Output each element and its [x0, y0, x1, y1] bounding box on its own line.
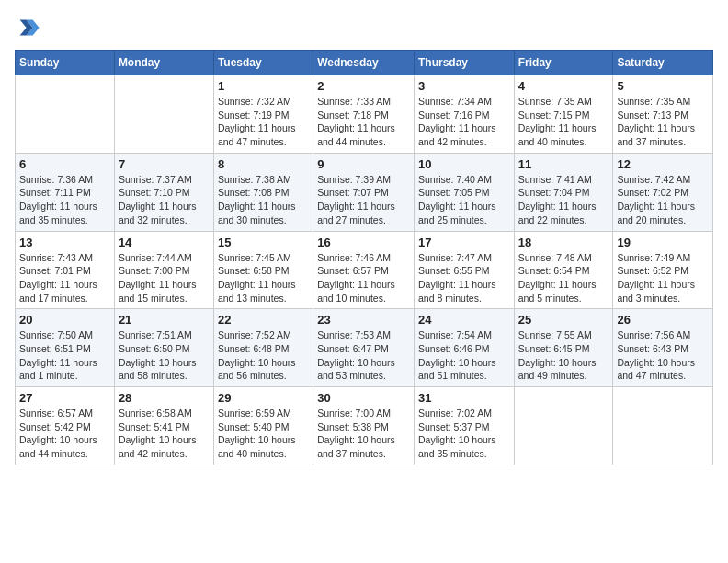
day-cell: 8Sunrise: 7:38 AM Sunset: 7:08 PM Daylig…	[213, 153, 313, 231]
day-info: Sunrise: 7:47 AM Sunset: 6:55 PM Dayligh…	[418, 251, 510, 305]
day-number: 16	[317, 236, 410, 249]
day-number: 19	[617, 236, 709, 249]
day-cell: 25Sunrise: 7:55 AM Sunset: 6:45 PM Dayli…	[514, 309, 613, 387]
day-cell	[613, 387, 713, 465]
day-number: 23	[317, 313, 410, 327]
day-cell	[514, 387, 613, 465]
day-number: 21	[119, 313, 210, 327]
weekday-wednesday: Wednesday	[313, 51, 415, 75]
day-info: Sunrise: 7:34 AM Sunset: 7:16 PM Dayligh…	[418, 95, 510, 149]
day-cell: 2Sunrise: 7:33 AM Sunset: 7:18 PM Daylig…	[313, 75, 415, 154]
week-row-0: 1Sunrise: 7:32 AM Sunset: 7:19 PM Daylig…	[16, 75, 713, 154]
day-info: Sunrise: 7:35 AM Sunset: 7:15 PM Dayligh…	[518, 95, 609, 149]
day-number: 27	[19, 391, 110, 405]
day-cell: 30Sunrise: 7:00 AM Sunset: 5:38 PM Dayli…	[313, 387, 415, 465]
day-number: 15	[218, 236, 309, 249]
calendar-table: SundayMondayTuesdayWednesdayThursdayFrid…	[15, 50, 713, 465]
week-row-3: 20Sunrise: 7:50 AM Sunset: 6:51 PM Dayli…	[16, 309, 713, 387]
calendar-header: SundayMondayTuesdayWednesdayThursdayFrid…	[16, 51, 713, 75]
day-info: Sunrise: 7:42 AM Sunset: 7:02 PM Dayligh…	[617, 173, 709, 227]
day-number: 28	[119, 391, 210, 405]
week-row-1: 6Sunrise: 7:36 AM Sunset: 7:11 PM Daylig…	[16, 153, 713, 231]
day-cell: 15Sunrise: 7:45 AM Sunset: 6:58 PM Dayli…	[213, 231, 313, 309]
day-number: 2	[317, 79, 410, 93]
day-info: Sunrise: 7:56 AM Sunset: 6:43 PM Dayligh…	[617, 328, 709, 383]
day-info: Sunrise: 7:44 AM Sunset: 7:00 PM Dayligh…	[119, 251, 210, 305]
day-cell: 5Sunrise: 7:35 AM Sunset: 7:13 PM Daylig…	[613, 75, 713, 154]
day-info: Sunrise: 7:48 AM Sunset: 6:54 PM Dayligh…	[518, 251, 609, 305]
day-number: 18	[518, 236, 609, 249]
day-cell: 29Sunrise: 6:59 AM Sunset: 5:40 PM Dayli…	[213, 387, 313, 465]
day-number: 25	[518, 313, 609, 327]
day-number: 30	[317, 391, 410, 405]
day-number: 6	[19, 157, 110, 171]
day-info: Sunrise: 7:36 AM Sunset: 7:11 PM Dayligh…	[19, 173, 110, 227]
day-info: Sunrise: 7:49 AM Sunset: 6:52 PM Dayligh…	[617, 251, 709, 305]
day-info: Sunrise: 7:46 AM Sunset: 6:57 PM Dayligh…	[317, 251, 410, 305]
day-cell: 23Sunrise: 7:53 AM Sunset: 6:47 PM Dayli…	[313, 309, 415, 387]
day-cell: 22Sunrise: 7:52 AM Sunset: 6:48 PM Dayli…	[213, 309, 313, 387]
day-cell: 4Sunrise: 7:35 AM Sunset: 7:15 PM Daylig…	[514, 75, 613, 154]
day-cell: 3Sunrise: 7:34 AM Sunset: 7:16 PM Daylig…	[414, 75, 514, 154]
day-number: 29	[218, 391, 309, 405]
day-cell: 20Sunrise: 7:50 AM Sunset: 6:51 PM Dayli…	[16, 309, 115, 387]
day-number: 14	[119, 236, 210, 249]
day-number: 24	[418, 313, 510, 327]
day-cell: 27Sunrise: 6:57 AM Sunset: 5:42 PM Dayli…	[16, 387, 115, 465]
day-cell: 9Sunrise: 7:39 AM Sunset: 7:07 PM Daylig…	[313, 153, 415, 231]
weekday-saturday: Saturday	[613, 51, 713, 75]
day-number: 22	[218, 313, 309, 327]
logo-icon	[15, 15, 40, 40]
day-number: 1	[218, 79, 309, 93]
weekday-monday: Monday	[114, 51, 213, 75]
day-cell: 12Sunrise: 7:42 AM Sunset: 7:02 PM Dayli…	[613, 153, 713, 231]
day-cell: 10Sunrise: 7:40 AM Sunset: 7:05 PM Dayli…	[414, 153, 514, 231]
day-info: Sunrise: 7:41 AM Sunset: 7:04 PM Dayligh…	[518, 173, 609, 227]
logo	[15, 15, 44, 40]
day-cell: 19Sunrise: 7:49 AM Sunset: 6:52 PM Dayli…	[613, 231, 713, 309]
day-number: 20	[19, 313, 110, 327]
day-cell: 6Sunrise: 7:36 AM Sunset: 7:11 PM Daylig…	[16, 153, 115, 231]
day-number: 9	[317, 157, 410, 171]
day-number: 5	[617, 79, 709, 93]
weekday-sunday: Sunday	[16, 51, 115, 75]
day-cell: 26Sunrise: 7:56 AM Sunset: 6:43 PM Dayli…	[613, 309, 713, 387]
day-info: Sunrise: 7:33 AM Sunset: 7:18 PM Dayligh…	[317, 95, 410, 149]
page-header	[15, 15, 713, 40]
day-info: Sunrise: 7:51 AM Sunset: 6:50 PM Dayligh…	[119, 328, 210, 383]
week-row-2: 13Sunrise: 7:43 AM Sunset: 7:01 PM Dayli…	[16, 231, 713, 309]
day-cell: 24Sunrise: 7:54 AM Sunset: 6:46 PM Dayli…	[414, 309, 514, 387]
day-cell: 18Sunrise: 7:48 AM Sunset: 6:54 PM Dayli…	[514, 231, 613, 309]
day-info: Sunrise: 6:59 AM Sunset: 5:40 PM Dayligh…	[218, 407, 309, 461]
day-cell: 11Sunrise: 7:41 AM Sunset: 7:04 PM Dayli…	[514, 153, 613, 231]
day-info: Sunrise: 7:43 AM Sunset: 7:01 PM Dayligh…	[19, 251, 110, 305]
day-info: Sunrise: 7:38 AM Sunset: 7:08 PM Dayligh…	[218, 173, 309, 227]
day-number: 10	[418, 157, 510, 171]
day-info: Sunrise: 7:32 AM Sunset: 7:19 PM Dayligh…	[218, 95, 309, 149]
day-number: 26	[617, 313, 709, 327]
day-cell: 17Sunrise: 7:47 AM Sunset: 6:55 PM Dayli…	[414, 231, 514, 309]
day-cell: 1Sunrise: 7:32 AM Sunset: 7:19 PM Daylig…	[213, 75, 313, 154]
day-cell	[16, 75, 115, 154]
day-info: Sunrise: 7:53 AM Sunset: 6:47 PM Dayligh…	[317, 328, 410, 383]
day-number: 12	[617, 157, 709, 171]
day-number: 4	[518, 79, 609, 93]
day-cell: 14Sunrise: 7:44 AM Sunset: 7:00 PM Dayli…	[114, 231, 213, 309]
weekday-thursday: Thursday	[414, 51, 514, 75]
day-cell	[114, 75, 213, 154]
day-cell: 21Sunrise: 7:51 AM Sunset: 6:50 PM Dayli…	[114, 309, 213, 387]
day-info: Sunrise: 7:45 AM Sunset: 6:58 PM Dayligh…	[218, 251, 309, 305]
day-info: Sunrise: 7:00 AM Sunset: 5:38 PM Dayligh…	[317, 407, 410, 461]
day-number: 17	[418, 236, 510, 249]
day-number: 3	[418, 79, 510, 93]
day-info: Sunrise: 7:54 AM Sunset: 6:46 PM Dayligh…	[418, 328, 510, 383]
weekday-header-row: SundayMondayTuesdayWednesdayThursdayFrid…	[16, 51, 713, 75]
day-info: Sunrise: 7:40 AM Sunset: 7:05 PM Dayligh…	[418, 173, 510, 227]
day-info: Sunrise: 7:39 AM Sunset: 7:07 PM Dayligh…	[317, 173, 410, 227]
day-info: Sunrise: 6:57 AM Sunset: 5:42 PM Dayligh…	[19, 407, 110, 461]
day-info: Sunrise: 7:37 AM Sunset: 7:10 PM Dayligh…	[119, 173, 210, 227]
day-number: 8	[218, 157, 309, 171]
day-cell: 16Sunrise: 7:46 AM Sunset: 6:57 PM Dayli…	[313, 231, 415, 309]
week-row-4: 27Sunrise: 6:57 AM Sunset: 5:42 PM Dayli…	[16, 387, 713, 465]
day-info: Sunrise: 7:02 AM Sunset: 5:37 PM Dayligh…	[418, 407, 510, 461]
